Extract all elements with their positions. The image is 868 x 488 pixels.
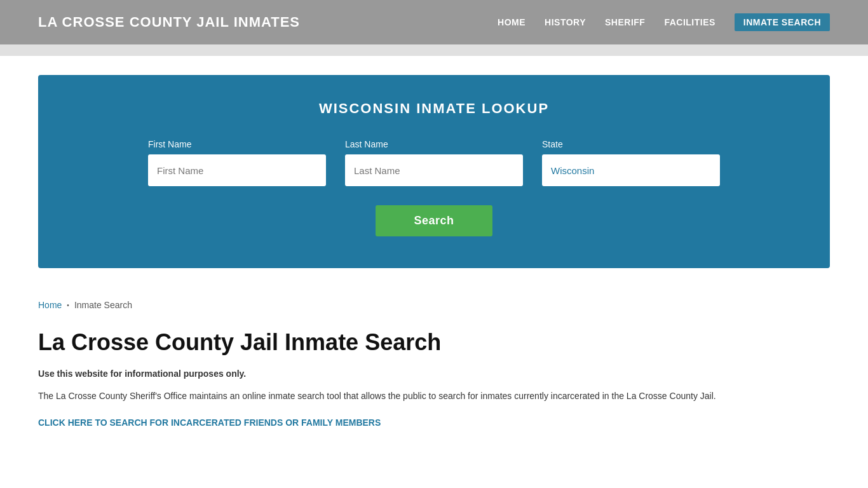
nav-history[interactable]: HISTORY [545, 17, 586, 27]
main-nav: HOME HISTORY SHERIFF FACILITIES INMATE S… [498, 13, 830, 31]
search-button-container: Search [76, 205, 792, 236]
state-label: State [542, 139, 720, 149]
state-group: State [542, 139, 720, 186]
breadcrumb-current-page: Inmate Search [74, 300, 132, 310]
breadcrumb-separator: • [67, 302, 69, 309]
state-input[interactable] [542, 154, 720, 186]
nav-inmate-search[interactable]: INMATE SEARCH [735, 13, 830, 31]
site-header: LA CROSSE COUNTY JAIL INMATES HOME HISTO… [0, 0, 868, 44]
disclaimer-text: Use this website for informational purpo… [38, 369, 830, 379]
page-title: La Crosse County Jail Inmate Search [38, 329, 830, 356]
cta-link[interactable]: CLICK HERE to Search for Incarcerated Fr… [38, 417, 381, 428]
search-button[interactable]: Search [376, 205, 492, 236]
last-name-group: Last Name [345, 139, 523, 186]
nav-home[interactable]: HOME [498, 17, 526, 27]
lookup-title: WISCONSIN INMATE LOOKUP [76, 100, 792, 117]
first-name-group: First Name [148, 139, 326, 186]
last-name-label: Last Name [345, 139, 523, 149]
main-content: La Crosse County Jail Inmate Search Use … [0, 316, 868, 454]
search-fields-row: First Name Last Name State [76, 139, 792, 186]
last-name-input[interactable] [345, 154, 523, 186]
sub-header-stripe [0, 44, 868, 56]
site-title: LA CROSSE COUNTY JAIL INMATES [38, 14, 300, 30]
description-text: The La Crosse County Sheriff's Office ma… [38, 389, 737, 404]
first-name-input[interactable] [148, 154, 326, 186]
breadcrumb: Home • Inmate Search [0, 287, 868, 316]
nav-sheriff[interactable]: SHERIFF [605, 17, 645, 27]
breadcrumb-home-link[interactable]: Home [38, 300, 62, 310]
nav-facilities[interactable]: FACILITIES [664, 17, 715, 27]
first-name-label: First Name [148, 139, 326, 149]
inmate-lookup-panel: WISCONSIN INMATE LOOKUP First Name Last … [38, 75, 830, 268]
